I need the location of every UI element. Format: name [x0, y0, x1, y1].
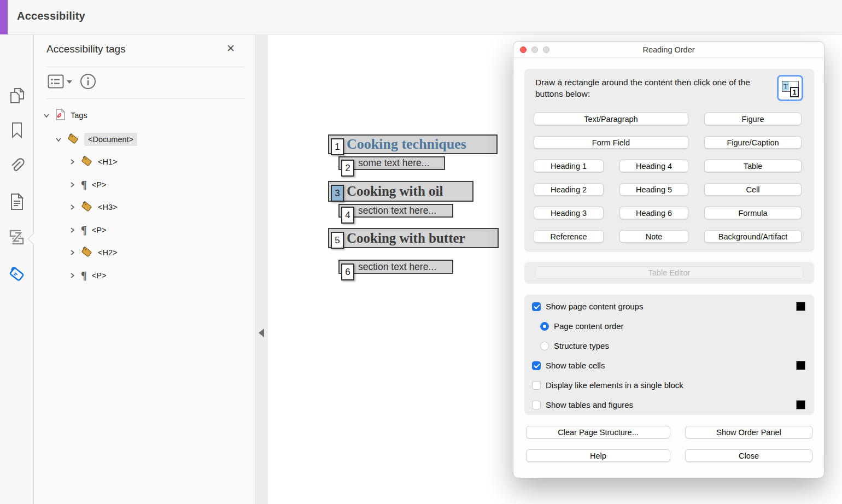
option-label: Display like elements in a single block [546, 380, 683, 390]
note-button[interactable]: Note [619, 230, 688, 243]
chevron-down-icon[interactable] [67, 80, 72, 84]
tree-item-p2[interactable]: ¶ <P> [68, 222, 106, 238]
content-group-text2[interactable]: section text here... [338, 204, 453, 218]
order-number-badge[interactable]: 1 [331, 138, 344, 155]
checkbox[interactable] [532, 361, 541, 370]
table-editor-panel: Table Editor [524, 262, 814, 284]
tree-item-h1[interactable]: <H1> [68, 154, 117, 170]
content-group-text3[interactable]: section text here... [338, 260, 453, 274]
chevron-down-icon[interactable] [55, 136, 62, 143]
content-group-h1[interactable]: Cooking techniques [328, 134, 498, 154]
tree-item-p3[interactable]: ¶ <P> [68, 267, 106, 284]
accessibility-tags-panel: Accessibility tags ✕ Tags [34, 34, 254, 504]
tree-item-p1[interactable]: ¶ <P> [68, 177, 106, 193]
checkbox[interactable] [532, 302, 541, 311]
bookmarks-icon[interactable] [0, 122, 34, 138]
heading-4-button[interactable]: Heading 4 [619, 160, 688, 172]
tree-item-label: <H3> [98, 203, 117, 212]
paragraph-icon: ¶ [81, 179, 87, 190]
attachments-icon[interactable] [0, 157, 34, 174]
heading-1-button[interactable]: Heading 1 [534, 160, 604, 172]
pdf-icon [55, 109, 66, 122]
table-cells-color-swatch[interactable] [796, 361, 805, 370]
tree-item-document[interactable]: <Document> [55, 131, 137, 148]
tree-item-label: <Document> [84, 133, 137, 146]
tag-icon [81, 155, 93, 169]
chevron-right-icon[interactable] [68, 181, 76, 189]
order-number-badge-selected[interactable]: 3 [331, 185, 344, 202]
chevron-right-icon[interactable] [68, 158, 76, 166]
option-show-page-content-groups[interactable]: Show page content groups [532, 302, 643, 311]
close-icon[interactable]: ✕ [226, 42, 235, 55]
dialog-title: Reading Order [513, 45, 824, 54]
panel-gutter [255, 35, 268, 504]
checkbox[interactable] [532, 401, 541, 409]
tool-icon-text-mark: T [782, 81, 789, 91]
content-groups-color-swatch[interactable] [796, 302, 805, 311]
reference-button[interactable]: Reference [534, 230, 604, 243]
option-show-tables-and-figures[interactable]: Show tables and figures [532, 400, 633, 409]
reading-order-dialog: Reading Order Draw a rectangle around th… [513, 41, 825, 478]
heading-3-button[interactable]: Heading 3 [534, 207, 604, 219]
accessibility-tags-icon[interactable] [0, 265, 34, 282]
dialog-title-bar[interactable]: Reading Order [513, 42, 824, 58]
checkbox[interactable] [532, 381, 541, 390]
tag-icon [67, 132, 79, 146]
paragraph-icon: ¶ [81, 270, 87, 281]
option-label: Page content order [554, 321, 624, 331]
content-group-h2[interactable]: Cooking with butter [328, 228, 499, 248]
content-group-h3[interactable]: Cooking with oil [328, 181, 473, 202]
option-page-content-order[interactable]: Page content order [540, 321, 624, 331]
tags-panel-title: Accessibility tags [46, 43, 126, 55]
help-button[interactable]: Help [526, 449, 670, 462]
draw-rectangle-tool-icon[interactable]: T 1 [777, 75, 803, 101]
table-editor-button: Table Editor [535, 266, 803, 279]
chevron-down-icon[interactable] [43, 112, 50, 119]
collapse-panel-arrow-icon[interactable] [259, 329, 264, 337]
order-number-badge[interactable]: 2 [341, 160, 354, 177]
tables-figures-color-swatch[interactable] [796, 400, 805, 409]
clear-page-structure-button[interactable]: Clear Page Structure... [526, 426, 670, 438]
form-field-button[interactable]: Form Field [534, 136, 688, 149]
figure-caption-button[interactable]: Figure/Caption [704, 136, 802, 149]
option-structure-types[interactable]: Structure types [540, 341, 609, 350]
chevron-right-icon[interactable] [68, 272, 76, 279]
heading-6-button[interactable]: Heading 6 [619, 207, 688, 219]
show-order-panel-button[interactable]: Show Order Panel [685, 426, 812, 438]
tree-item-h2[interactable]: <H2> [68, 244, 117, 261]
document-icon[interactable] [0, 193, 34, 210]
heading-2-button[interactable]: Heading 2 [534, 183, 604, 196]
heading3-text: Cooking with oil [329, 184, 443, 199]
heading-5-button[interactable]: Heading 5 [619, 183, 688, 196]
option-show-table-cells[interactable]: Show table cells [532, 361, 605, 370]
tag-icon [81, 245, 93, 260]
tree-item-tags[interactable]: Tags [43, 107, 87, 124]
list-options-icon[interactable] [48, 74, 64, 91]
heading1-text: Cooking techniques [329, 136, 466, 153]
option-display-like-elements[interactable]: Display like elements in a single block [532, 380, 683, 390]
order-number-badge[interactable]: 4 [341, 207, 354, 224]
close-button[interactable]: Close [685, 449, 812, 462]
text-paragraph-button[interactable]: Text/Paragraph [534, 113, 688, 125]
tree-item-h3[interactable]: <H3> [68, 199, 117, 215]
radio-button[interactable] [540, 322, 549, 331]
instruction-text: Draw a rectangle around the content then… [535, 77, 759, 100]
content-group-text1[interactable]: some text here... [338, 156, 445, 170]
figure-button[interactable]: Figure [704, 113, 802, 125]
formula-button[interactable]: Formula [704, 207, 802, 219]
tree-item-label: <P> [92, 226, 107, 235]
radio-button[interactable] [540, 342, 549, 350]
order-number-badge[interactable]: 5 [331, 232, 344, 249]
table-button[interactable]: Table [704, 160, 802, 172]
left-icon-bar [0, 34, 34, 504]
background-artifact-button[interactable]: Background/Artifact [704, 230, 802, 243]
info-icon[interactable] [80, 73, 96, 92]
chevron-right-icon[interactable] [68, 249, 76, 256]
options-panel: Show page content groups Page content or… [524, 295, 814, 415]
cell-button[interactable]: Cell [704, 183, 802, 196]
tree-item-label: <H2> [98, 248, 117, 257]
chevron-right-icon[interactable] [68, 226, 76, 234]
chevron-right-icon[interactable] [68, 203, 76, 211]
order-number-badge[interactable]: 6 [341, 263, 354, 280]
page-thumbnails-icon[interactable] [0, 87, 34, 104]
